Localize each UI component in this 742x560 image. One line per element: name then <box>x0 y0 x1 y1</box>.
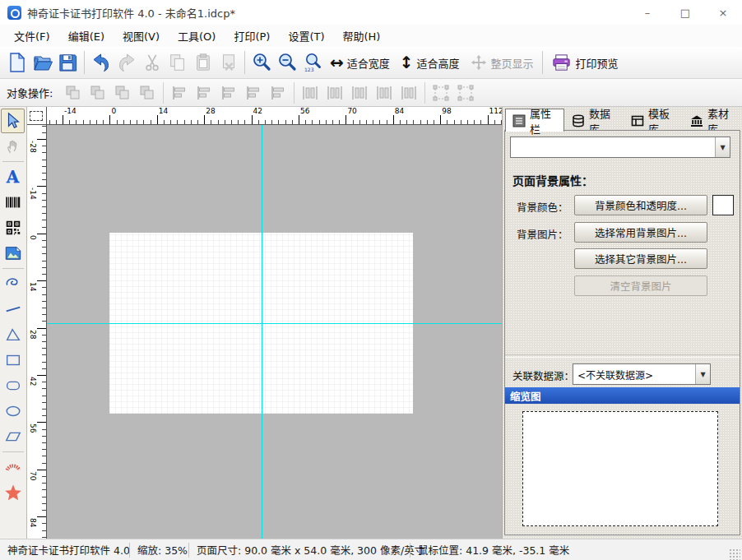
align-top-button[interactable] <box>241 81 266 104</box>
menu-tools[interactable]: 工具(O) <box>169 25 225 47</box>
text-tool[interactable]: A <box>1 164 25 189</box>
cut-icon <box>142 53 162 72</box>
rectangle-tool[interactable] <box>1 348 25 373</box>
copy-button[interactable] <box>165 49 190 76</box>
ellipse-tool[interactable] <box>1 399 25 423</box>
tab-templates[interactable]: 模板库 <box>624 110 683 131</box>
menu-edit[interactable]: 编辑(E) <box>59 25 114 47</box>
design-canvas[interactable] <box>47 125 502 539</box>
distribute-horizontal-button[interactable] <box>298 81 322 104</box>
curve-tool[interactable] <box>1 271 25 296</box>
parallelogram-icon <box>4 428 22 446</box>
cut-button[interactable] <box>139 49 165 76</box>
toolbar-separator <box>244 51 245 74</box>
status-zoom: 缩放: 35% <box>130 543 188 558</box>
save-button[interactable] <box>55 49 81 76</box>
workspace: A -14014284256708498112 -28-140142842567… <box>0 107 742 539</box>
zoom-in-button[interactable] <box>248 49 274 76</box>
bring-to-front-button[interactable] <box>61 81 86 104</box>
send-backward-button[interactable] <box>135 81 160 104</box>
fit-width-icon: ↔ <box>330 54 344 71</box>
star-tool[interactable] <box>1 480 25 505</box>
distribute-vertical-button[interactable] <box>322 81 347 104</box>
zoom-out-button[interactable] <box>274 49 299 76</box>
properties-panel: ▼ 页面背景属性： 背景颜色： 背景颜色和透明度... 背景图片： 选择常用背景… <box>504 130 740 535</box>
select-tool[interactable] <box>1 109 25 133</box>
barcode-tool[interactable] <box>1 190 25 215</box>
menu-settings[interactable]: 设置(T) <box>279 25 333 47</box>
status-mouse-position: 鼠标位置: 41.9 毫米, -35.1 毫米 <box>410 543 577 558</box>
undo-icon <box>90 52 112 73</box>
triangle-tool[interactable] <box>1 322 25 347</box>
align-right-button[interactable] <box>216 81 241 104</box>
tab-materials[interactable]: 素材库 <box>683 110 742 131</box>
status-app-name: 神奇证卡证书打印软件 4.0 <box>0 543 129 558</box>
horizontal-guide-line[interactable] <box>47 323 502 324</box>
redo-button[interactable] <box>114 49 139 76</box>
clear-bg-image-button[interactable]: 清空背景图片 <box>574 275 707 296</box>
menu-view[interactable]: 视图(V) <box>114 25 169 47</box>
menu-help[interactable]: 帮助(H) <box>334 25 390 47</box>
paste-button[interactable] <box>190 49 216 76</box>
ruler-corner[interactable] <box>27 107 47 125</box>
seal-tool[interactable] <box>1 455 25 479</box>
equal-height-button[interactable] <box>372 81 397 104</box>
select-other-bg-button[interactable]: 选择其它背景图片... <box>574 248 707 269</box>
ungroup-button[interactable] <box>453 81 478 104</box>
ellipse-icon <box>4 402 22 420</box>
align-bottom-button[interactable] <box>266 81 290 104</box>
status-bar: 神奇证卡证书打印软件 4.0 缩放: 35% 页面尺寸: 90.0 毫米 x 5… <box>0 539 742 560</box>
horizontal-ruler[interactable]: -14014284256708498112 <box>47 107 502 125</box>
group-button[interactable] <box>429 81 453 104</box>
qrcode-tool[interactable] <box>1 215 25 240</box>
datasource-combo[interactable]: <不关联数据源> ▼ <box>573 363 711 385</box>
align-left-button[interactable] <box>167 81 192 104</box>
print-preview-button[interactable]: 打印预览 <box>546 49 624 76</box>
tab-properties[interactable]: 属性栏 <box>505 109 564 132</box>
bring-forward-button[interactable] <box>110 81 135 104</box>
send-to-back-button[interactable] <box>86 81 110 104</box>
chevron-down-icon[interactable]: ▼ <box>695 364 710 384</box>
image-tool[interactable] <box>1 241 25 266</box>
window-controls: – □ × <box>628 0 742 25</box>
fit-width-button[interactable]: ↔ 适合宽度 <box>325 49 395 76</box>
pan-tool[interactable] <box>1 134 25 159</box>
resize-grip[interactable] <box>729 548 740 560</box>
fit-height-button[interactable]: ↕ 适合高度 <box>395 49 465 76</box>
palette-separator <box>2 161 24 162</box>
palette-separator <box>2 268 24 269</box>
line-tool[interactable] <box>1 297 25 322</box>
vertical-guide-line[interactable] <box>262 125 262 539</box>
undo-button[interactable] <box>88 49 114 76</box>
rounded-rectangle-icon <box>4 377 22 395</box>
zoom-actual-button[interactable]: 123 <box>299 49 325 76</box>
select-common-bg-button[interactable]: 选择常用背景图片... <box>574 222 707 243</box>
object-selector-combo[interactable]: ▼ <box>510 137 730 158</box>
rectangle-icon <box>4 351 22 369</box>
bg-color-opacity-button[interactable]: 背景颜色和透明度... <box>574 195 707 215</box>
equal-width-button[interactable] <box>347 81 372 104</box>
zoom-out-icon <box>276 52 298 73</box>
fit-page-button[interactable]: 整页显示 <box>465 49 539 76</box>
menu-bar: 文件(F) 编辑(E) 视图(V) 工具(O) 打印(P) 设置(T) 帮助(H… <box>0 25 742 47</box>
palette-separator <box>2 451 24 452</box>
menu-print[interactable]: 打印(P) <box>225 25 279 47</box>
menu-file[interactable]: 文件(F) <box>5 25 59 47</box>
new-document-button[interactable] <box>4 49 30 76</box>
template-icon <box>631 114 644 127</box>
rounded-rectangle-tool[interactable] <box>1 373 25 398</box>
chevron-down-icon[interactable]: ▼ <box>715 137 730 157</box>
minimize-button[interactable]: – <box>628 0 666 25</box>
vertical-ruler[interactable]: -28-140142842567084 <box>27 125 47 539</box>
maximize-button[interactable]: □ <box>666 0 704 25</box>
parallelogram-tool[interactable] <box>1 424 25 449</box>
equal-size-button[interactable] <box>397 81 421 104</box>
bg-color-swatch[interactable] <box>712 195 734 215</box>
close-button[interactable]: × <box>704 0 742 25</box>
hand-icon <box>4 137 22 155</box>
align-horizontal-center-button[interactable] <box>192 81 216 104</box>
tab-database[interactable]: 数据库 <box>564 110 624 131</box>
delete-button[interactable] <box>216 49 241 76</box>
image-icon <box>4 244 22 262</box>
open-file-button[interactable] <box>30 49 55 76</box>
